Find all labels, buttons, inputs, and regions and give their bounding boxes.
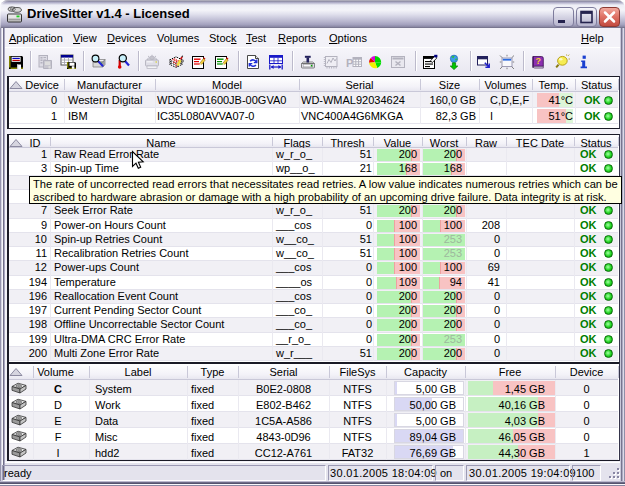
svg-text:?: ?: [536, 56, 542, 66]
svg-text:P: P: [346, 57, 353, 69]
